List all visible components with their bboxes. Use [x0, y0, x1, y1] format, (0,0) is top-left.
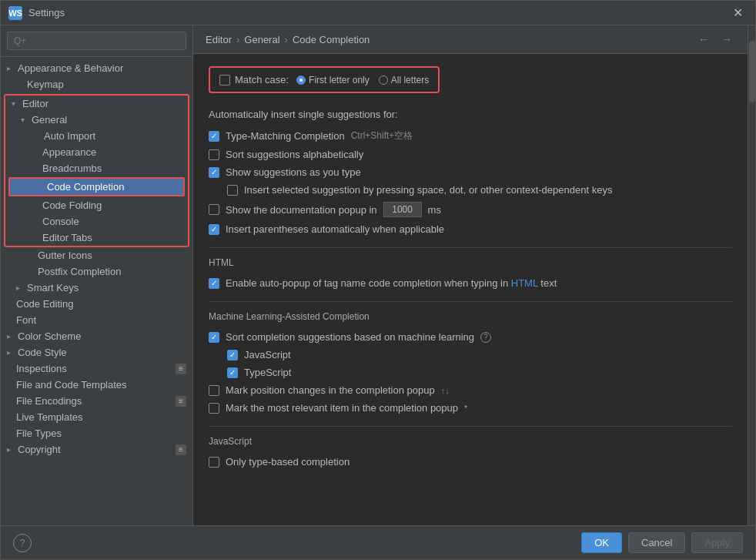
- sidebar-item-code-editing[interactable]: Code Editing: [1, 296, 192, 312]
- match-case-checkbox[interactable]: [219, 75, 230, 86]
- close-button[interactable]: ✕: [728, 4, 748, 22]
- ml-ts-row: TypeScript: [209, 364, 732, 381]
- sidebar-item-gutter-icons[interactable]: Gutter Icons: [1, 247, 192, 263]
- ml-js-row: JavaScript: [209, 346, 732, 364]
- insert-space-checkbox[interactable]: [227, 185, 238, 196]
- sort-alpha-checkbox[interactable]: [209, 149, 219, 160]
- sidebar-item-live-templates[interactable]: Live Templates: [1, 409, 192, 425]
- sidebar-item-smart-keys[interactable]: Smart Keys: [1, 280, 192, 296]
- settings-window: WS Settings ✕ Appearance & Behavior Keym…: [0, 0, 756, 560]
- mark-relevant-label: Mark the most relevant item in the compl…: [226, 402, 458, 414]
- type-matching-label: Type-Matching Completion: [226, 130, 345, 142]
- type-matching-checkbox[interactable]: [209, 131, 219, 142]
- ml-sort-checkbox[interactable]: [209, 332, 219, 343]
- sidebar-item-appearance[interactable]: Appearance: [5, 144, 188, 160]
- show-typing-checkbox[interactable]: [209, 167, 219, 178]
- chevron-icon: [16, 283, 25, 292]
- mark-position-row: Mark position changes in the completion …: [209, 381, 732, 399]
- sidebar-item-copyright[interactable]: Copyright ≡: [1, 441, 192, 458]
- html-section-title: HTML: [209, 257, 732, 268]
- sidebar-item-color-scheme[interactable]: Color Scheme: [1, 328, 192, 344]
- sidebar-item-breadcrumbs[interactable]: Breadcrumbs: [5, 160, 188, 176]
- sidebar-item-label: File Encodings: [16, 395, 82, 407]
- sidebar-item-code-completion[interactable]: Code Completion: [10, 179, 183, 195]
- radio-all-letters-input[interactable]: [379, 75, 388, 85]
- ml-js-checkbox[interactable]: [227, 350, 238, 360]
- ok-button[interactable]: OK: [581, 532, 622, 553]
- sidebar-item-label: Postfix Completion: [38, 266, 121, 277]
- sort-alpha-label: Sort suggestions alphabetically: [226, 149, 363, 160]
- scrollbar-thumb[interactable]: [749, 41, 755, 102]
- sidebar-item-editor[interactable]: Editor: [5, 96, 188, 112]
- apply-button[interactable]: Apply: [691, 532, 743, 553]
- sidebar-item-font[interactable]: Font: [1, 312, 192, 328]
- sidebar-item-code-folding[interactable]: Code Folding: [5, 197, 188, 213]
- radio-all-letters[interactable]: All letters: [379, 75, 429, 86]
- sidebar-item-label: Editor Tabs: [42, 232, 92, 243]
- sidebar-item-editor-tabs[interactable]: Editor Tabs: [5, 230, 188, 246]
- settings-content: Match case: First letter only All letter…: [193, 54, 748, 525]
- show-typing-label: Show suggestions as you type: [226, 166, 361, 178]
- insert-parens-label: Insert parentheses automatically when ap…: [226, 223, 444, 235]
- help-button[interactable]: ?: [13, 534, 32, 552]
- match-case-checkbox-wrapper: Match case:: [219, 74, 289, 86]
- sidebar: Appearance & Behavior Keymap Editor: [1, 25, 193, 525]
- sidebar-item-inspections[interactable]: Inspections ≡: [1, 360, 192, 377]
- sidebar-tree: Appearance & Behavior Keymap Editor: [1, 57, 192, 525]
- ml-ts-checkbox[interactable]: [227, 367, 238, 378]
- nav-arrows: ← →: [695, 32, 735, 47]
- js-section-title: JavaScript: [209, 436, 732, 447]
- bottom-left: ?: [13, 534, 32, 552]
- sidebar-item-console[interactable]: Console: [5, 213, 188, 230]
- copyright-badge: ≡: [176, 444, 186, 455]
- nav-back-button[interactable]: ←: [695, 32, 712, 47]
- html-popup-checkbox[interactable]: [209, 278, 219, 289]
- search-input[interactable]: [7, 32, 186, 50]
- match-case-label: Match case:: [235, 74, 289, 86]
- ml-section-title: Machine Learning-Assisted Completion: [209, 311, 732, 322]
- match-case-section: Match case: First letter only All letter…: [209, 66, 440, 93]
- app-icon: WS: [8, 6, 22, 20]
- sidebar-item-label: General: [32, 114, 67, 126]
- mark-position-checkbox[interactable]: [209, 385, 219, 396]
- sidebar-item-label: Inspections: [16, 363, 67, 374]
- sidebar-item-file-encodings[interactable]: File Encodings ≡: [1, 393, 192, 409]
- breadcrumb-general: General: [244, 34, 279, 45]
- sidebar-item-appearance-behavior[interactable]: Appearance & Behavior: [1, 60, 192, 76]
- sidebar-item-keymap[interactable]: Keymap: [1, 76, 192, 92]
- bottom-bar: ? OK Cancel Apply: [1, 525, 755, 559]
- sidebar-item-label: Copyright: [18, 444, 61, 455]
- sidebar-item-label: Font: [16, 314, 36, 326]
- doc-popup-row: Show the documentation popup in ms: [209, 199, 732, 220]
- show-typing-row: Show suggestions as you type: [209, 163, 732, 181]
- sidebar-item-label: Code Editing: [16, 298, 73, 310]
- type-based-checkbox[interactable]: [209, 457, 219, 468]
- insert-parens-checkbox[interactable]: [209, 224, 219, 235]
- doc-popup-checkbox[interactable]: [209, 204, 219, 215]
- ml-sort-label: Sort completion suggestions based on mac…: [226, 331, 474, 343]
- html-popup-row: Enable auto-popup of tag name code compl…: [209, 274, 732, 292]
- radio-first-letter-input[interactable]: [296, 75, 306, 85]
- cancel-button[interactable]: Cancel: [628, 532, 685, 553]
- radio-first-letter[interactable]: First letter only: [296, 75, 370, 86]
- insert-parens-row: Insert parentheses automatically when ap…: [209, 220, 732, 238]
- sidebar-item-file-code-templates[interactable]: File and Code Templates: [1, 377, 192, 393]
- sidebar-item-label: Code Folding: [42, 200, 102, 211]
- inspections-badge: ≡: [176, 364, 186, 374]
- sidebar-item-label: Color Scheme: [18, 330, 81, 342]
- sidebar-item-auto-import[interactable]: Auto Import: [5, 128, 188, 144]
- radio-first-letter-label: First letter only: [309, 75, 370, 86]
- scrollbar[interactable]: [748, 25, 755, 525]
- ml-sort-help-icon[interactable]: ?: [480, 332, 491, 343]
- nav-forward-button[interactable]: →: [718, 32, 735, 47]
- sidebar-item-file-types[interactable]: File Types: [1, 425, 192, 441]
- sidebar-item-label: Editor: [22, 98, 49, 109]
- sidebar-item-code-style[interactable]: Code Style: [1, 344, 192, 360]
- main-content: Appearance & Behavior Keymap Editor: [1, 25, 755, 525]
- mark-relevant-checkbox[interactable]: [209, 403, 219, 414]
- sidebar-item-general[interactable]: General: [5, 112, 188, 128]
- match-case-options: First letter only All letters: [296, 75, 429, 86]
- titlebar: WS Settings ✕: [1, 1, 755, 25]
- doc-popup-input[interactable]: [383, 202, 422, 217]
- sidebar-item-postfix[interactable]: Postfix Completion: [1, 263, 192, 280]
